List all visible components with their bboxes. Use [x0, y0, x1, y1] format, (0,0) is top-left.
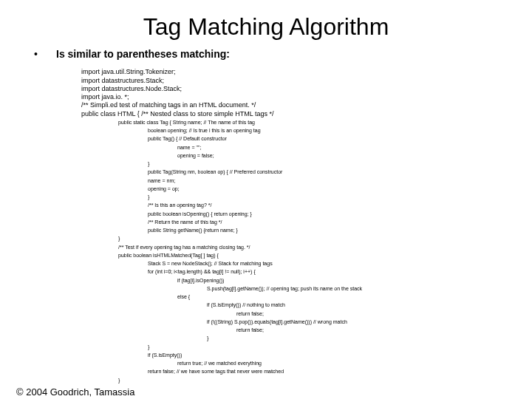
code-line: return false; // we have some tags that … — [81, 369, 284, 374]
code-line: } — [81, 161, 149, 166]
code-line: return false; — [81, 327, 264, 332]
bullet-marker: • — [34, 48, 56, 60]
slide-title: Tag Matching Algorithm — [0, 13, 532, 41]
code-line: for (int i=0; i<tag.length) && tag[i] !=… — [81, 269, 256, 274]
code-line: return true; // we matched everything — [81, 361, 262, 366]
code-line: import datastructures.Node.Stack; — [81, 85, 182, 92]
code-line: /** Test if every opening tag has a matc… — [81, 245, 250, 250]
code-line: import java.util.String.Tokenizer; — [81, 68, 176, 75]
code-line: /** Simpli.ed test of matching tags in a… — [81, 101, 256, 109]
code-line: } — [81, 378, 120, 383]
code-line: public static class Tag { String name; /… — [81, 120, 255, 125]
code-line: /** Is this an opening tag? */ — [81, 202, 211, 208]
code-line: } — [81, 236, 120, 241]
code-line: opening = op; — [81, 186, 180, 191]
bullet-text: Is similar to parentheses matching: — [56, 48, 230, 60]
code-line: import java.io. *; — [81, 93, 129, 100]
code-block: import java.util.String.Tokenizer; impor… — [0, 60, 532, 392]
slide: Tag Matching Algorithm •Is similar to pa… — [0, 13, 532, 399]
code-line: public class HTML { /** Nested class to … — [81, 110, 273, 117]
code-line: if (!((String) S.pop()).equals(tag[i].ge… — [81, 319, 347, 324]
footer-copyright: © 2004 Goodrich, Tamassia — [16, 386, 134, 398]
code-line: public boolean isOpening() { return open… — [81, 211, 252, 216]
code-line: /** Return the name of this tag */ — [81, 219, 222, 225]
code-line: opening = false; — [81, 153, 214, 158]
code-line: public Tag() { // Default constructor — [81, 136, 227, 141]
code-line: return false; — [81, 311, 264, 316]
code-line: else { — [81, 294, 190, 299]
code-line: } — [81, 335, 208, 341]
code-line: if (S.isEmpty()) — [81, 352, 182, 358]
code-line: S.push(tag[i].getName()); // opening tag… — [81, 286, 362, 291]
code-line: Stack S = new NodeStack(); // Stack for … — [81, 261, 273, 266]
code-line: boolean opening; // Is true i this is an… — [81, 128, 261, 133]
code-line: public String getName() {return name; } — [81, 228, 238, 233]
code-line: } — [81, 194, 149, 200]
code-line: public Tag(String nm, boolean op) { // P… — [81, 169, 282, 174]
code-line: name = ""; — [81, 145, 201, 150]
bullet-row: •Is similar to parentheses matching: — [0, 48, 532, 60]
code-line: if (S.isEmpty()) // nothing to match — [81, 302, 285, 307]
code-line: name = nm; — [81, 178, 175, 183]
code-line: } — [81, 344, 149, 349]
code-line: public boolean isHTMLMatched(Tag[ ] tag)… — [81, 253, 219, 258]
code-line: if (tag[i].isOpening()) — [81, 278, 224, 283]
code-line: import datastructures.Stack; — [81, 77, 164, 84]
